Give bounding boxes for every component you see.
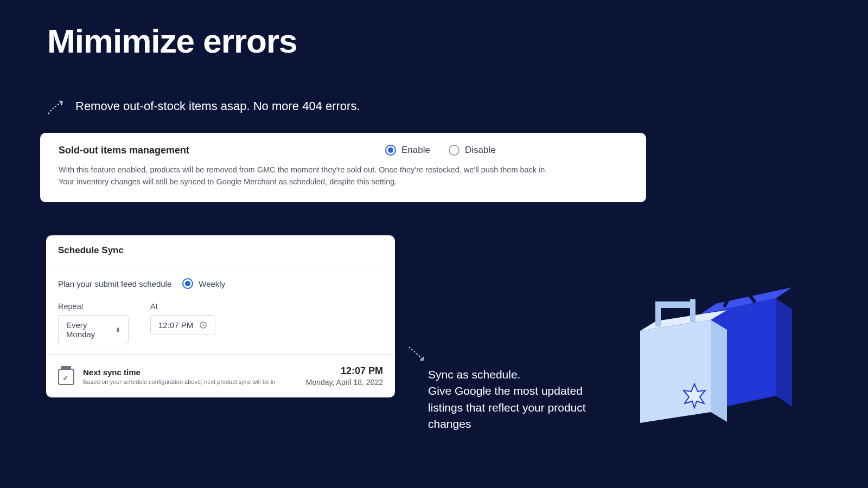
next-sync-time: 12:07 PM <box>306 365 383 377</box>
disable-label: Disable <box>465 145 496 156</box>
radio-unchecked-icon <box>449 145 459 156</box>
shopping-bags-icon <box>608 271 792 434</box>
radio-checked-icon <box>182 278 193 289</box>
disable-radio[interactable]: Disable <box>449 145 496 156</box>
calendar-check-icon: ✓ <box>58 369 74 385</box>
enable-radio[interactable]: Enable <box>385 145 430 156</box>
schedule-footer: ✓ Next sync time Based on your schedule … <box>46 354 395 397</box>
plan-row: Plan your submit feed schedule Weekly <box>58 278 383 289</box>
soldout-title: Sold-out items management <box>59 145 189 156</box>
caption-row-1: Remove out-of-stock items asap. No more … <box>47 98 360 115</box>
schedule-header: Schedule Sync <box>46 235 395 266</box>
arrow-icon <box>47 98 66 115</box>
caption-2: Sync as schedule. Give Google the most u… <box>428 367 612 433</box>
soldout-radio-group: Enable Disable <box>385 145 496 156</box>
schedule-title: Schedule Sync <box>58 245 383 256</box>
page-heading: Mimimize errors <box>47 22 297 60</box>
plan-label: Plan your submit feed schedule <box>58 279 171 288</box>
updown-icon: ▲▼ <box>116 326 120 333</box>
repeat-select[interactable]: Every Monday ▲▼ <box>58 315 129 344</box>
time-value: 12:07 PM <box>158 320 193 330</box>
schedule-body: Plan your submit feed schedule Weekly Re… <box>46 266 395 354</box>
repeat-label: Repeat <box>58 302 129 311</box>
enable-label: Enable <box>401 145 430 156</box>
fields-row: Repeat Every Monday ▲▼ At 12:07 PM <box>58 302 383 344</box>
soldout-desc-line2: Your inventory changes will still be syn… <box>59 176 628 188</box>
weekly-radio[interactable]: Weekly <box>182 278 225 289</box>
at-label: At <box>150 302 215 311</box>
time-input[interactable]: 12:07 PM <box>150 315 215 335</box>
next-sync-sub: Based on your schedule configuration abo… <box>83 378 276 385</box>
next-sync-left: ✓ Next sync time Based on your schedule … <box>58 368 276 385</box>
caption-2-line2: Give Google the most updated listings th… <box>428 383 612 432</box>
repeat-value: Every Monday <box>66 320 110 339</box>
arrow-icon-2 <box>407 345 427 363</box>
soldout-card: Sold-out items management Enable Disable… <box>40 133 646 202</box>
schedule-card: Schedule Sync Plan your submit feed sche… <box>46 235 395 397</box>
radio-checked-icon <box>385 145 396 156</box>
at-field: At 12:07 PM <box>150 302 215 344</box>
clock-icon <box>199 321 207 329</box>
next-sync-text: Next sync time Based on your schedule co… <box>83 368 276 385</box>
svg-rect-3 <box>655 301 695 308</box>
caption-2-line1: Sync as schedule. <box>428 367 612 383</box>
next-sync-title: Next sync time <box>83 368 276 377</box>
soldout-desc-line1: With this feature enabled, products will… <box>59 164 628 176</box>
next-sync-right: 12:07 PM Monday, April 18, 2022 <box>306 365 383 387</box>
next-sync-date: Monday, April 18, 2022 <box>306 378 383 387</box>
repeat-field: Repeat Every Monday ▲▼ <box>58 302 129 344</box>
weekly-label: Weekly <box>199 279 225 288</box>
soldout-description: With this feature enabled, products will… <box>59 164 628 188</box>
caption-1-text: Remove out-of-stock items asap. No more … <box>75 99 360 113</box>
